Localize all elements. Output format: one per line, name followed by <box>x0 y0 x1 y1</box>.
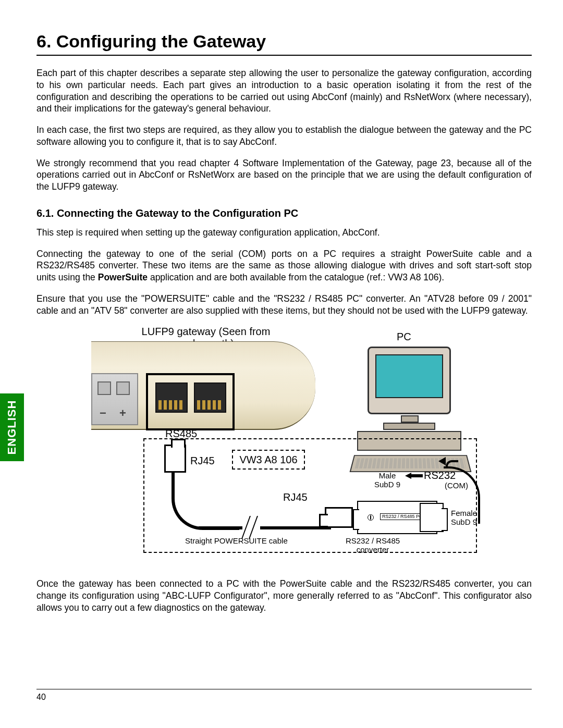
svg-marker-0 <box>405 473 423 479</box>
section-para-3: Ensure that you use the "POWERSUITE" cab… <box>36 293 532 317</box>
language-tab: ENGLISH <box>0 393 24 461</box>
cable-break-icon <box>242 516 260 539</box>
document-page: 6. Configuring the Gateway Each part of … <box>0 0 563 728</box>
config-port-highlight-icon <box>146 373 235 430</box>
gateway-body-icon: −+ <box>91 341 315 430</box>
label-cable: Straight POWERSUITE cable <box>185 536 288 545</box>
label-pc: PC <box>397 331 411 343</box>
label-rj45-right: RJ45 <box>283 491 308 503</box>
monitor-stand-icon <box>401 415 419 423</box>
rj45-port-icon <box>155 382 188 413</box>
monitor-base-icon <box>383 423 435 430</box>
section-para-4: Once the gateway has been connected to a… <box>36 578 532 613</box>
ground-symbol-icon <box>368 514 374 521</box>
p5b: application and are both available from … <box>148 272 444 282</box>
rj45-port-icon <box>194 382 226 413</box>
arrow-icon <box>438 457 446 465</box>
label-rj45-left: RJ45 <box>190 455 215 467</box>
language-label: ENGLISH <box>5 400 19 455</box>
page-number: 40 <box>36 693 46 701</box>
intro-para-2: In each case, the first two steps are re… <box>36 124 532 148</box>
rj45-plug-right-icon <box>325 507 353 528</box>
terminal-block-icon: −+ <box>91 373 138 425</box>
section-para-2: Connecting the gateway to one of the ser… <box>36 248 532 283</box>
p5bold: PowerSuite <box>98 272 148 282</box>
label-male-subd9: Male SubD 9 <box>372 472 403 489</box>
serial-cable-arc-icon <box>446 460 458 468</box>
section-para-1: This step is required when setting up th… <box>36 227 532 239</box>
monitor-icon <box>368 347 451 414</box>
label-com: (COM) <box>445 481 468 490</box>
label-rs232: RS232 <box>424 470 456 482</box>
chapter-heading: 6. Configuring the Gateway <box>36 31 532 56</box>
intro-para-1: Each part of this chapter describes a se… <box>36 67 532 115</box>
converter-tag: RS232 / RS485 PC <box>380 513 425 520</box>
section-heading: 6.1. Connecting the Gateway to the Confi… <box>36 207 532 219</box>
arrow-icon <box>405 472 423 480</box>
ref-dashed-box: VW3 A8 106 <box>232 450 305 470</box>
intro-para-3: We strongly recommend that you read chap… <box>36 157 532 193</box>
db9-female-icon <box>420 503 444 532</box>
label-converter: RS232 / RS485 converter <box>336 536 409 554</box>
rj45-plug-left-icon <box>164 445 186 473</box>
cable-icon <box>172 473 239 530</box>
page-footer: 40 <box>36 689 532 702</box>
connection-diagram: LUFP9 gateway (Seen from underneath) Con… <box>86 326 482 565</box>
